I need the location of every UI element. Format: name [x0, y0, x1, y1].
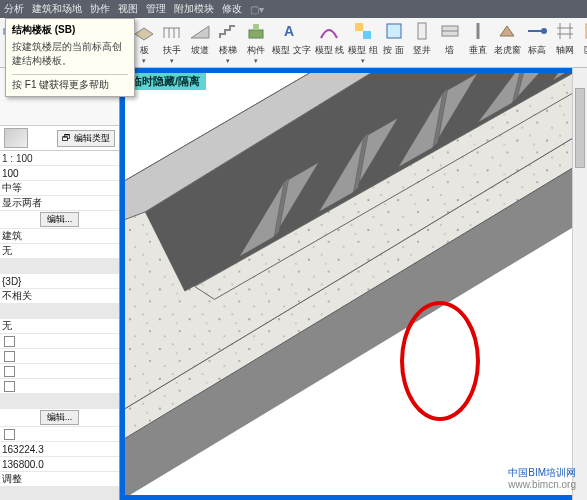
svg-rect-12	[418, 23, 426, 39]
scrollbar-vertical[interactable]	[572, 68, 587, 500]
svg-rect-6	[249, 30, 263, 38]
prop-area: 163224.3	[2, 444, 117, 455]
watermark: 中国BIM培训网 www.bimcn.org	[508, 467, 576, 491]
tooltip: 结构楼板 (SB) 按建筑楼层的当前标高创建结构楼板。 按 F1 键获得更多帮助	[5, 18, 135, 97]
tooltip-title: 结构楼板 (SB)	[12, 23, 128, 37]
prop-phase[interactable]: 调整	[2, 472, 117, 486]
checkbox[interactable]	[4, 366, 15, 377]
checkbox[interactable]	[4, 429, 15, 440]
prop-phase-filter[interactable]: 无	[2, 319, 117, 333]
svg-text:A: A	[284, 23, 294, 39]
checkbox[interactable]	[4, 381, 15, 392]
ribbon-level[interactable]: 标高	[523, 18, 551, 67]
menu-site[interactable]: 建筑和场地	[32, 2, 82, 16]
prop-visibility[interactable]: 显示两者	[2, 196, 117, 210]
menu-bar: 分析 建筑和场地 协作 视图 管理 附加模块 修改 ▢▾	[0, 0, 587, 18]
ribbon-area[interactable]: 区域	[579, 18, 587, 67]
prop-scale-label: 1 : 100	[2, 153, 57, 164]
prop-discipline[interactable]: 建筑	[2, 229, 117, 243]
properties-header: 🗗 编辑类型	[0, 126, 119, 151]
3d-model	[125, 73, 582, 495]
menu-manage[interactable]: 管理	[146, 2, 166, 16]
scrollbar-thumb[interactable]	[575, 88, 585, 168]
edit-type-button[interactable]: 🗗 编辑类型	[57, 130, 115, 147]
prop-dependency: 不相关	[2, 289, 117, 303]
ribbon-by-face[interactable]: 按 面	[380, 18, 408, 67]
prop-hidden[interactable]: 无	[2, 244, 117, 258]
svg-rect-7	[253, 24, 259, 30]
type-thumbnail	[4, 128, 28, 148]
menu-collab[interactable]: 协作	[90, 2, 110, 16]
svg-rect-9	[355, 23, 363, 31]
ribbon-ramp[interactable]: 坡道	[186, 18, 214, 67]
ribbon-railing[interactable]: 扶手▾	[158, 18, 186, 67]
ribbon-dormer[interactable]: 老虎窗	[492, 18, 523, 67]
checkbox[interactable]	[4, 351, 15, 362]
edit-button[interactable]: 编辑...	[40, 212, 80, 227]
edit-button[interactable]: 编辑...	[40, 410, 80, 425]
svg-rect-11	[387, 24, 401, 38]
tooltip-footer: 按 F1 键获得更多帮助	[12, 74, 128, 92]
menu-analysis[interactable]: 分析	[4, 2, 24, 16]
menu-view[interactable]: 视图	[118, 2, 138, 16]
menu-expand-icon[interactable]: ▢▾	[250, 4, 264, 15]
viewport-mode-label: 临时隐藏/隔离	[125, 73, 206, 90]
ribbon-wall[interactable]: 墙	[436, 18, 464, 67]
menu-modify[interactable]: 修改	[222, 2, 242, 16]
tooltip-body: 按建筑楼层的当前标高创建结构楼板。	[12, 40, 128, 68]
prop-scale-value[interactable]: 100	[2, 168, 117, 179]
ribbon-shaft[interactable]: 竖井	[408, 18, 436, 67]
prop-detail[interactable]: 中等	[2, 181, 117, 195]
ribbon-vertical[interactable]: 垂直	[464, 18, 492, 67]
svg-point-17	[541, 28, 547, 34]
properties-panel: 🗗 编辑类型 1 : 100 100 中等 显示两者 编辑... 建筑 无 {3…	[0, 68, 120, 500]
3d-viewport[interactable]: 临时隐藏/隔离	[120, 68, 587, 500]
ribbon-component[interactable]: 构件▾	[242, 18, 270, 67]
ribbon-model-line[interactable]: 模型 线	[313, 18, 347, 67]
ribbon-model-text[interactable]: A模型 文字	[270, 18, 313, 67]
menu-addins[interactable]: 附加模块	[174, 2, 214, 16]
prop-volume: 136800.0	[2, 459, 117, 470]
checkbox[interactable]	[4, 336, 15, 347]
ribbon-grid[interactable]: 轴网	[551, 18, 579, 67]
ribbon-stair[interactable]: 楼梯▾	[214, 18, 242, 67]
svg-rect-10	[363, 31, 371, 39]
prop-viewname[interactable]: {3D}	[2, 276, 117, 287]
ribbon-model-group[interactable]: 模型 组▾	[346, 18, 380, 67]
